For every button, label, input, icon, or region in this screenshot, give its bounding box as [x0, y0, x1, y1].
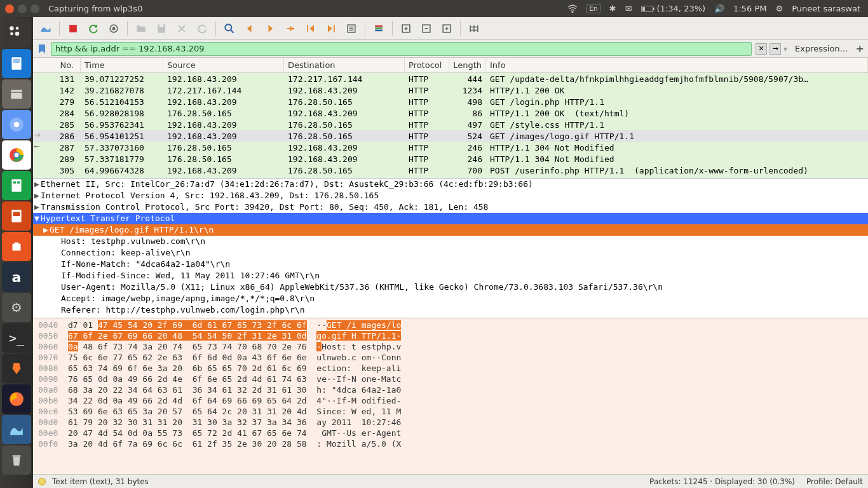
lang-indicator[interactable]: En — [587, 4, 600, 13]
filter-text[interactable] — [55, 44, 747, 53]
volume-icon[interactable]: 🔊 — [714, 4, 724, 13]
autoscroll-button[interactable] — [342, 20, 360, 37]
launcher-software[interactable] — [2, 232, 31, 261]
shark-icon[interactable] — [37, 20, 55, 37]
prev-packet-button[interactable] — [241, 20, 259, 37]
hex-line[interactable]: 00c0 53 69 6e 63 65 3a 20 57 65 64 2c 20… — [38, 406, 863, 417]
system-tray: En ✱ ✉ (1:34, 23%) 🔊 1:56 PM ⚙ Puneet sa… — [567, 4, 868, 14]
status-profile[interactable]: Profile: Default — [806, 477, 863, 486]
svg-rect-24 — [13, 455, 21, 456]
detail-line[interactable]: ▼Hypertext Transfer Protocol — [33, 213, 868, 224]
hex-line[interactable]: 0070 75 6c 6e 77 65 62 2e 63 6f 6d 0d 0a… — [38, 352, 863, 363]
hex-line[interactable]: 00b0 34 22 0d 0a 49 66 2d 4d 6f 64 69 66… — [38, 395, 863, 406]
detail-line[interactable]: ▶Transmission Control Protocol, Src Port… — [33, 201, 868, 213]
close-file-button[interactable] — [173, 20, 191, 37]
hex-line[interactable]: 0080 65 63 74 69 6f 6e 3a 20 6b 65 65 70… — [38, 363, 863, 374]
filter-apply-button[interactable]: → — [770, 43, 781, 55]
mail-icon[interactable]: ✉ — [625, 4, 632, 13]
bookmark-icon[interactable] — [37, 44, 47, 54]
packet-details-pane[interactable]: ▶Ethernet II, Src: IntelCor_26:7a:d7 (34… — [33, 179, 868, 318]
bluetooth-icon[interactable]: ✱ — [609, 4, 616, 13]
find-packet-button[interactable] — [220, 20, 238, 37]
launcher-wireshark[interactable] — [2, 415, 31, 444]
save-file-button[interactable] — [153, 20, 170, 37]
launcher-terminal[interactable]: >_ — [2, 323, 31, 353]
last-packet-button[interactable] — [322, 20, 340, 37]
hex-line[interactable]: 00d0 61 79 20 32 30 31 31 20 31 30 3a 32… — [38, 417, 863, 428]
detail-line[interactable]: User-Agent: Mozilla/5.0 (X11; Linux x86_… — [33, 281, 868, 293]
packet-row[interactable]: 27956.512104153192.168.43.209176.28.50.1… — [33, 96, 868, 107]
packet-row[interactable]: 14239.216827078172.217.167.144192.168.43… — [33, 85, 868, 96]
hex-line[interactable]: 0040 d7 01 47 45 54 20 2f 69 6d 61 67 65… — [38, 320, 863, 330]
filter-add-button[interactable]: + — [856, 43, 864, 55]
battery-indicator[interactable]: (1:34, 23%) — [641, 4, 706, 13]
next-packet-button[interactable] — [261, 20, 279, 37]
svg-rect-35 — [375, 25, 383, 27]
stop-capture-button[interactable] — [64, 20, 82, 37]
hex-line[interactable]: 0090 76 65 0d 0a 49 66 2d 4e 6f 6e 65 2d… — [38, 374, 863, 384]
launcher-settings[interactable]: ⚙ — [2, 293, 31, 322]
close-icon[interactable] — [5, 4, 14, 13]
minimize-icon[interactable] — [18, 4, 27, 13]
detail-line[interactable]: If-None-Match: "4dca64a2-1a04"\r\n — [33, 259, 868, 270]
maximize-icon[interactable] — [31, 4, 39, 13]
hex-line[interactable]: 00e0 20 47 4d 54 0d 0a 55 73 65 72 2d 41… — [38, 428, 863, 438]
restart-capture-button[interactable] — [85, 20, 102, 37]
detail-line[interactable]: Connection: keep-alive\r\n — [33, 247, 868, 259]
hex-line[interactable]: 0060 0a 48 6f 73 74 3a 20 74 65 73 74 70… — [38, 341, 863, 352]
resize-columns-button[interactable] — [465, 20, 483, 37]
detail-line[interactable]: ▶Internet Protocol Version 4, Src: 192.1… — [33, 190, 868, 201]
goto-packet-button[interactable] — [281, 20, 299, 37]
colorize-button[interactable] — [370, 20, 388, 37]
launcher-files[interactable] — [2, 79, 31, 109]
packet-row[interactable]: 28757.337073160176.28.50.165192.168.43.2… — [33, 142, 868, 153]
launcher-amazon[interactable]: a — [2, 262, 31, 292]
wifi-icon[interactable] — [567, 4, 578, 14]
launcher-trash[interactable] — [2, 445, 31, 475]
packet-row[interactable]: 28556.953762341192.168.43.209176.28.50.1… — [33, 119, 868, 130]
packet-bytes-pane[interactable]: 0040 d7 01 47 45 54 20 2f 69 6d 61 67 65… — [33, 318, 868, 474]
launcher-impress[interactable] — [2, 201, 31, 231]
launcher-calc[interactable] — [2, 171, 31, 200]
zoom-in-button[interactable] — [397, 20, 415, 37]
hex-line[interactable]: 00a0 68 3a 20 22 34 64 63 61 36 34 61 32… — [38, 384, 863, 395]
first-packet-button[interactable] — [302, 20, 320, 37]
packet-row[interactable]: 31065.426507133176.28.50.165192.168.43.2… — [33, 176, 868, 179]
launcher-chromium[interactable] — [2, 110, 31, 139]
packet-row[interactable]: 13139.071227252192.168.43.209172.217.167… — [33, 73, 868, 85]
packet-list-pane[interactable]: No. Time Source Destination Protocol Len… — [33, 58, 868, 179]
hex-line[interactable]: 0050 67 6f 2e 67 69 66 20 48 54 54 50 2f… — [38, 330, 863, 341]
packet-row[interactable]: 28957.337181779176.28.50.165192.168.43.2… — [33, 153, 868, 165]
launcher-writer[interactable] — [2, 49, 31, 78]
launcher-burp[interactable] — [2, 354, 31, 383]
svg-point-7 — [15, 32, 20, 36]
open-file-button[interactable] — [132, 20, 150, 37]
display-filter-input[interactable] — [51, 42, 752, 56]
launcher-dash[interactable] — [2, 18, 31, 48]
detail-line[interactable]: ▶GET /images/logo.gif HTTP/1.1\r\n — [33, 224, 868, 236]
clock[interactable]: 1:56 PM — [733, 4, 766, 13]
detail-line[interactable]: Referer: http://testphp.vulnweb.com/logi… — [33, 304, 868, 316]
svg-rect-2 — [653, 7, 654, 10]
packet-row[interactable]: 30564.996674328192.168.43.209176.28.50.1… — [33, 165, 868, 176]
launcher-firefox[interactable] — [2, 384, 31, 414]
launcher-chrome[interactable] — [2, 140, 31, 170]
detail-line[interactable]: ▶Ethernet II, Src: IntelCor_26:7a:d7 (34… — [33, 179, 868, 190]
reload-button[interactable] — [193, 20, 211, 37]
packet-row[interactable]: 28456.928028198176.28.50.165192.168.43.2… — [33, 107, 868, 119]
gear-icon[interactable]: ⚙ — [776, 4, 783, 13]
detail-line[interactable]: Accept: image/webp,image/apng,image/*,*/… — [33, 293, 868, 304]
filter-expression-button[interactable]: Expression… — [795, 44, 848, 53]
expert-info-icon[interactable] — [38, 478, 46, 485]
user-name[interactable]: Puneet saraswat — [792, 4, 860, 13]
packet-header: No. Time Source Destination Protocol Len… — [33, 58, 868, 73]
detail-line[interactable]: If-Modified-Since: Wed, 11 May 2011 10:2… — [33, 270, 868, 281]
capture-options-button[interactable] — [105, 20, 123, 37]
svg-point-27 — [112, 27, 114, 29]
detail-line[interactable]: Host: testphp.vulnweb.com\r\n — [33, 236, 868, 247]
filter-clear-button[interactable]: ✕ — [756, 43, 767, 55]
zoom-out-button[interactable] — [417, 20, 435, 37]
packet-row[interactable]: 28656.954101251192.168.43.209176.28.50.1… — [33, 130, 868, 142]
zoom-reset-button[interactable] — [438, 20, 456, 37]
hex-line[interactable]: 00f0 3a 20 4d 6f 7a 69 6c 6c 61 2f 35 2e… — [38, 438, 863, 449]
